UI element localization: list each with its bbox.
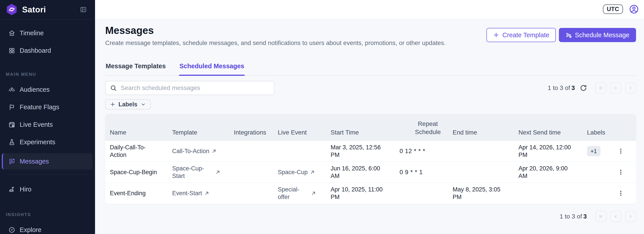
cell-name: Event-Ending bbox=[110, 189, 172, 197]
sidebar-item-label: Explore bbox=[20, 226, 41, 233]
table-row: Event-Ending Event-Start Special-offer bbox=[105, 183, 636, 204]
labels-filter-chip[interactable]: Labels bbox=[105, 99, 151, 109]
sidebar: Satori Timeline bbox=[0, 0, 95, 234]
tab-scheduled-messages[interactable]: Scheduled Messages bbox=[179, 62, 245, 75]
send-clock-icon bbox=[566, 32, 572, 38]
cell-live-event-link[interactable]: Special-offer bbox=[278, 186, 330, 201]
labels-filter-label: Labels bbox=[118, 101, 138, 108]
row-menu-kebab-icon[interactable] bbox=[616, 146, 626, 156]
cell-start-time: Mar 3, 2025, 12:56 PM bbox=[330, 144, 400, 159]
sidebar-item-feature-flags[interactable]: Feature Flags bbox=[0, 101, 93, 113]
column-header-integrations: Integrations bbox=[234, 129, 278, 136]
satori-logo-icon bbox=[5, 3, 18, 16]
sidebar-section-main-menu: MAIN MENU bbox=[0, 72, 95, 77]
logo-row: Satori bbox=[0, 0, 95, 20]
external-link-icon bbox=[204, 191, 209, 196]
cell-labels: +1 bbox=[587, 146, 610, 156]
cell-next-send-time: Apr 14, 2026, 12:00 PM bbox=[518, 144, 587, 159]
cell-labels bbox=[587, 193, 610, 193]
next-page-button[interactable] bbox=[625, 82, 636, 93]
column-header-labels: Labels bbox=[587, 129, 610, 136]
app-title: Satori bbox=[22, 5, 46, 14]
sidebar-item-hiro[interactable]: Hiro bbox=[0, 183, 93, 196]
timezone-badge[interactable]: UTC bbox=[603, 5, 623, 14]
schedule-message-button[interactable]: Schedule Message bbox=[559, 28, 636, 42]
sidebar-item-timeline[interactable]: Timeline bbox=[0, 27, 93, 39]
schedule-message-label: Schedule Message bbox=[575, 32, 630, 39]
column-header-end-time: End time bbox=[452, 129, 518, 136]
table-row: Daily-Call-To-Action Call-To-Action Mar … bbox=[105, 141, 636, 162]
sidebar-item-label: Audiences bbox=[20, 86, 50, 93]
sidebar-item-label: Live Events bbox=[20, 121, 53, 128]
external-link-icon bbox=[212, 149, 216, 154]
cell-integrations bbox=[234, 172, 278, 172]
rover-icon bbox=[8, 186, 15, 193]
sidebar-item-label: Timeline bbox=[20, 30, 44, 37]
sidebar-collapse-icon[interactable] bbox=[80, 6, 87, 13]
sidebar-item-label: Messages bbox=[20, 158, 49, 165]
cell-end-time: May 8, 2025, 3:05 PM bbox=[452, 186, 518, 201]
sidebar-item-experiments[interactable]: Experiments bbox=[0, 136, 93, 149]
first-page-button[interactable] bbox=[596, 82, 606, 93]
search-icon bbox=[110, 85, 117, 91]
sidebar-item-messages[interactable]: Messages bbox=[2, 153, 92, 170]
cell-repeat-schedule: 0 9 * * 1 bbox=[400, 168, 452, 176]
labels-count-badge[interactable]: +1 bbox=[587, 146, 600, 156]
sidebar-item-explore[interactable]: Explore bbox=[0, 223, 93, 234]
prev-page-button[interactable] bbox=[610, 82, 621, 93]
sidebar-item-audiences[interactable]: Audiences bbox=[0, 83, 93, 96]
search-box bbox=[105, 81, 274, 95]
topbar: UTC bbox=[95, 0, 644, 19]
refresh-icon[interactable] bbox=[580, 84, 587, 92]
tab-bar: Message Templates Scheduled Messages bbox=[105, 62, 636, 76]
cell-integrations bbox=[234, 193, 278, 193]
cell-live-event-link[interactable]: Space-Cup bbox=[278, 168, 330, 176]
prev-page-button[interactable] bbox=[610, 211, 621, 222]
messages-icon bbox=[8, 158, 15, 165]
page: Messages Create message templates, sched… bbox=[95, 19, 644, 234]
timeline-icon bbox=[8, 30, 15, 37]
pagination-top: 1 to 3 of3 bbox=[548, 82, 636, 93]
table-header: Name Template Integrations Live Event St… bbox=[105, 114, 636, 141]
next-page-button[interactable] bbox=[625, 211, 636, 222]
cell-repeat-schedule: 0 12 * * * bbox=[400, 147, 452, 155]
plus-icon bbox=[493, 32, 499, 38]
first-page-button[interactable] bbox=[596, 211, 606, 222]
cell-next-send-time bbox=[518, 193, 587, 193]
column-header-name: Name bbox=[110, 129, 172, 136]
pagination-bottom: 1 to 3 of3 bbox=[560, 211, 636, 222]
column-header-live-event: Live Event bbox=[278, 129, 330, 136]
row-menu-kebab-icon[interactable] bbox=[616, 188, 626, 198]
chevron-down-icon bbox=[140, 102, 146, 107]
cell-name: Daily-Call-To-Action bbox=[110, 144, 172, 159]
cell-template-link[interactable]: Space-Cup-Start bbox=[172, 165, 234, 180]
sidebar-item-dashboard[interactable]: Dashboard bbox=[0, 44, 93, 57]
column-header-start-time: Start Time bbox=[330, 129, 400, 136]
main-area: UTC Messages Create message templates, s… bbox=[95, 0, 644, 234]
scheduled-messages-table: Name Template Integrations Live Event St… bbox=[105, 114, 636, 204]
cell-template-link[interactable]: Event-Start bbox=[172, 189, 234, 197]
plus-icon bbox=[110, 102, 115, 107]
column-header-next-send-time: Next Send time bbox=[518, 129, 587, 136]
search-input[interactable] bbox=[120, 84, 274, 92]
column-header-repeat-schedule: Repeat Schedule bbox=[413, 120, 443, 136]
column-header-actions bbox=[610, 136, 632, 136]
cell-live-event bbox=[278, 151, 330, 151]
create-template-button[interactable]: Create Template bbox=[486, 28, 556, 42]
tab-message-templates[interactable]: Message Templates bbox=[105, 62, 166, 75]
sidebar-nav: Timeline Dashboard MAIN MENU bbox=[0, 20, 95, 234]
pagination-range: 1 to 3 of3 bbox=[548, 84, 575, 91]
sidebar-item-label: Hiro bbox=[20, 186, 32, 193]
user-avatar-icon[interactable] bbox=[629, 4, 639, 14]
cell-start-time: Apr 10, 2025, 11:00 PM bbox=[330, 186, 400, 201]
explore-icon bbox=[8, 226, 15, 233]
external-link-icon bbox=[215, 170, 220, 175]
sidebar-item-label: Experiments bbox=[20, 139, 55, 146]
cell-template-link[interactable]: Call-To-Action bbox=[172, 147, 234, 155]
sidebar-item-live-events[interactable]: Live Events bbox=[0, 118, 93, 131]
table-row: Space-Cup-Begin Space-Cup-Start Space-Cu… bbox=[105, 162, 636, 183]
pagination-range: 1 to 3 of3 bbox=[560, 213, 587, 220]
column-header-template: Template bbox=[172, 129, 234, 136]
cell-next-send-time: Apr 20, 2026, 9:00 AM bbox=[518, 165, 587, 180]
row-menu-kebab-icon[interactable] bbox=[616, 167, 626, 177]
